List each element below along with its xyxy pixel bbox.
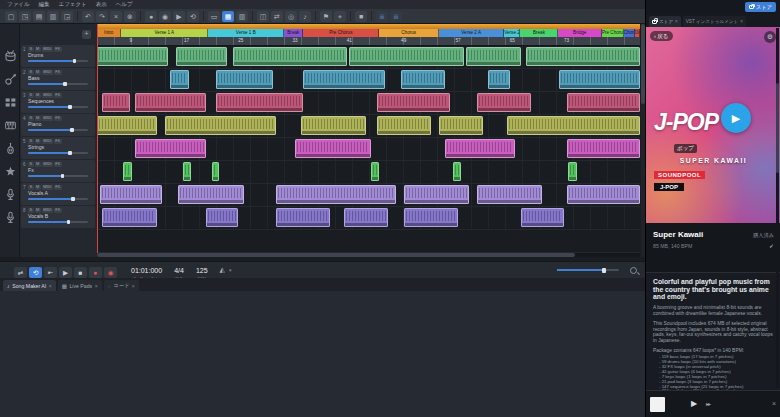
add-track-button[interactable]: + xyxy=(82,30,91,39)
section-marker[interactable]: Verse 1 A xyxy=(121,29,208,37)
audio-clip[interactable] xyxy=(183,162,192,181)
record-midi-button[interactable]: ◉ xyxy=(104,267,117,278)
audio-clip[interactable] xyxy=(97,47,168,66)
toolbar-delete-button[interactable]: ⊗ xyxy=(124,11,136,22)
audio-clip[interactable] xyxy=(488,70,510,89)
zoom-icon[interactable] xyxy=(630,267,637,274)
audio-clip[interactable] xyxy=(102,208,156,227)
play-button[interactable]: ▶ xyxy=(59,267,72,278)
tab-song-maker-ai[interactable]: ♪Song Maker AI× xyxy=(3,280,56,291)
tab-store[interactable]: ストア × xyxy=(649,16,681,27)
tab-vst-instruments[interactable]: VST インストゥルメント × xyxy=(683,16,746,27)
toolbar-panel-right-button[interactable]: ≣ xyxy=(390,11,402,22)
toolbar-stop-all-button[interactable]: ■ xyxy=(355,11,367,22)
audio-clip[interactable] xyxy=(295,139,371,158)
toolbar-open-button[interactable]: ◳ xyxy=(19,11,31,22)
toolbar-view-arranger-button[interactable]: ▭ xyxy=(208,11,220,22)
menu-item[interactable]: 編集 xyxy=(39,1,50,8)
audio-clip[interactable] xyxy=(176,47,228,66)
toolbar-object-editor-button[interactable]: ◫ xyxy=(257,11,269,22)
track-midi-button[interactable]: MIDI xyxy=(42,47,53,53)
track-fx-button[interactable]: FX xyxy=(54,208,62,214)
toolbar-zoom-tool-button[interactable]: ⌖ xyxy=(334,11,346,22)
track-fx-button[interactable]: FX xyxy=(54,139,62,145)
section-marker[interactable]: Chorus xyxy=(379,29,439,37)
close-icon[interactable]: × xyxy=(132,283,135,289)
track-fx-button[interactable]: FX xyxy=(54,47,62,53)
audio-clip[interactable] xyxy=(344,208,387,227)
menu-item[interactable]: ヘルプ xyxy=(116,1,133,8)
toolbar-save-button[interactable]: ▤ xyxy=(33,11,45,22)
audio-clip[interactable] xyxy=(123,162,132,181)
audio-clip[interactable] xyxy=(466,47,520,66)
scrollbar-thumb[interactable] xyxy=(97,253,575,257)
audio-clip[interactable] xyxy=(453,162,462,181)
section-marker[interactable]: Verse 2 B xyxy=(504,29,520,37)
store-button[interactable]: ストア xyxy=(745,2,776,12)
audio-clip[interactable] xyxy=(521,208,564,227)
audio-clip[interactable] xyxy=(404,208,458,227)
toolbar-undo-button[interactable]: ↶ xyxy=(82,11,94,22)
track-fx-button[interactable]: FX xyxy=(54,185,62,191)
audio-clip[interactable] xyxy=(206,208,239,227)
audio-clip[interactable] xyxy=(102,93,129,112)
audio-clip[interactable] xyxy=(559,70,640,89)
track-fx-button[interactable]: FX xyxy=(54,116,62,122)
close-icon[interactable]: × xyxy=(95,283,98,289)
audio-clip[interactable] xyxy=(567,93,640,112)
track-fx-button[interactable]: FX xyxy=(54,162,62,168)
toolbar-sync-button[interactable]: ⟲ xyxy=(187,11,199,22)
record-button[interactable]: ● xyxy=(89,267,102,278)
track-midi-button[interactable]: MIDI xyxy=(42,116,53,122)
toolbar-view-mixer-button[interactable]: ▥ xyxy=(236,11,248,22)
track-header[interactable]: 2SMMIDIFXBass xyxy=(21,68,95,90)
track-midi-button[interactable]: MIDI xyxy=(42,70,53,76)
track-volume-slider[interactable] xyxy=(28,106,88,108)
options-gear-icon[interactable]: ⚙ xyxy=(764,31,776,43)
audio-clip[interactable] xyxy=(97,116,157,135)
track-volume-slider[interactable] xyxy=(28,152,88,154)
toolbar-cut-button[interactable]: × xyxy=(110,11,122,22)
audio-clip[interactable] xyxy=(377,93,450,112)
audio-clip[interactable] xyxy=(170,70,189,89)
master-volume-slider[interactable] xyxy=(557,269,619,271)
playhead[interactable] xyxy=(97,24,98,253)
metronome-icon[interactable]: ◭ xyxy=(220,266,225,274)
audio-clip[interactable] xyxy=(349,47,463,66)
audio-clip[interactable] xyxy=(377,116,431,135)
section-marker[interactable]: Outro xyxy=(635,29,640,37)
scrollbar-thumb[interactable] xyxy=(776,83,779,173)
store-scrollbar[interactable] xyxy=(776,28,779,388)
audio-clip[interactable] xyxy=(567,139,640,158)
skip-start-button[interactable]: ⇤ xyxy=(44,267,57,278)
toolbar-new-button[interactable]: ▢ xyxy=(5,11,17,22)
audio-clip[interactable] xyxy=(477,93,531,112)
menu-item[interactable]: 表示 xyxy=(96,1,107,8)
section-marker[interactable]: Pre Chorus xyxy=(602,29,624,37)
back-button[interactable]: ‹ 戻る xyxy=(650,31,673,41)
audio-clip[interactable] xyxy=(526,47,640,66)
toolbar-automation-button[interactable]: ◎ xyxy=(285,11,297,22)
tab-live-pads[interactable]: ▦Live Pads× xyxy=(58,280,102,291)
track-fx-button[interactable]: FX xyxy=(54,70,62,76)
track-volume-slider[interactable] xyxy=(28,175,88,177)
track-header[interactable]: 7SMMIDIFXVocals A xyxy=(21,183,95,205)
section-marker[interactable]: Verse 1 B xyxy=(208,29,284,37)
track-volume-slider[interactable] xyxy=(28,221,88,223)
audio-clip[interactable] xyxy=(276,185,395,204)
section-marker[interactable]: Bridge xyxy=(558,29,601,37)
toolbar-record-audio-button[interactable]: ● xyxy=(145,11,157,22)
audio-clip[interactable] xyxy=(276,208,330,227)
audio-clip[interactable] xyxy=(100,185,162,204)
section-marker[interactable]: Intro xyxy=(97,29,121,37)
section-marker[interactable]: Break xyxy=(520,29,558,37)
bpm-value[interactable]: 125 xyxy=(196,267,208,274)
track-volume-slider[interactable] xyxy=(28,83,88,85)
section-marker[interactable]: Verse 2 A xyxy=(439,29,504,37)
audio-clip[interactable] xyxy=(477,185,542,204)
track-header[interactable]: 4SMMIDIFXPiano xyxy=(21,114,95,136)
section-marker[interactable]: Break xyxy=(284,29,303,37)
audio-clip[interactable] xyxy=(216,70,273,89)
horizontal-scrollbar[interactable] xyxy=(97,253,640,257)
toolbar-redo-button[interactable]: ↷ xyxy=(96,11,108,22)
